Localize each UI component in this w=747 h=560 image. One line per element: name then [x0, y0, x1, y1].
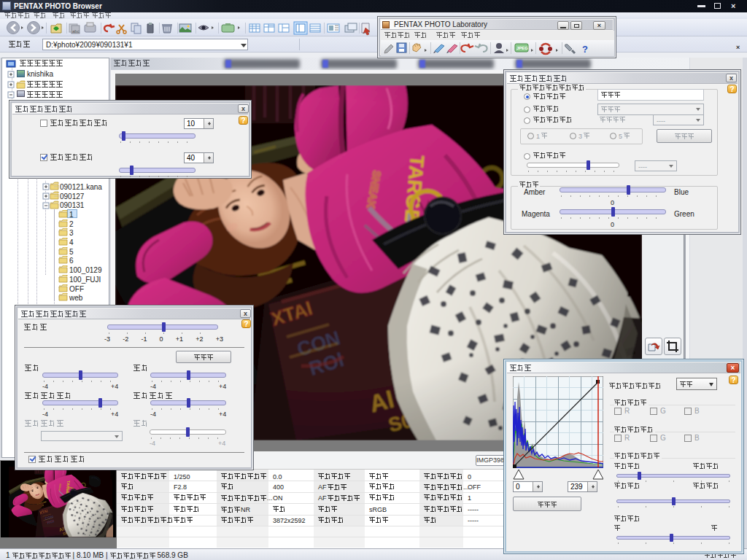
svg-text:JPEG: JPEG: [516, 46, 528, 50]
svg-text:?: ?: [582, 44, 588, 55]
svg-text:abc: abc: [72, 29, 80, 34]
